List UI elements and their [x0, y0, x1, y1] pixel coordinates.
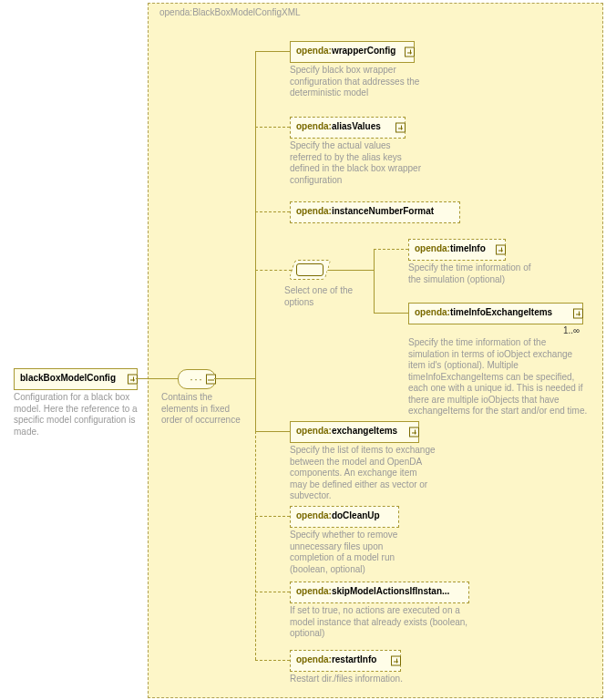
node-exchangeItems[interactable]: openda:exchangeItems — [290, 421, 419, 443]
sequence-description: Contains the elements in fixed order of … — [161, 392, 248, 427]
connector — [255, 51, 256, 431]
connector — [255, 51, 290, 52]
sequence-compositor[interactable]: ··· — [178, 369, 216, 389]
connector — [255, 270, 292, 272]
desc-wrapperConfig: Specify black box wrapper configuration … — [290, 65, 422, 99]
expand-icon[interactable] — [405, 47, 415, 57]
node-restartInfo[interactable]: openda:restartInfo — [290, 650, 401, 672]
choice-description: Select one of the options — [284, 285, 385, 308]
connector — [374, 249, 375, 313]
root-description: Configuration for a black box model. Her… — [14, 392, 141, 438]
node-blackBoxModelConfig[interactable]: blackBoxModelConfig — [14, 368, 138, 390]
connector — [328, 270, 374, 271]
node-doCleanUp[interactable]: openda:doCleanUp — [290, 506, 399, 528]
desc-doCleanUp: Specify whether to remove unnecessary fi… — [290, 530, 426, 575]
expand-icon[interactable] — [409, 427, 419, 438]
desc-skipModelActions: If set to true, no actions are executed … — [290, 605, 472, 640]
expand-icon[interactable] — [395, 123, 406, 133]
choice-compositor[interactable] — [292, 260, 328, 280]
desc-aliasValues: Specify the actual values referred to by… — [290, 140, 422, 186]
connector — [214, 378, 255, 379]
connector — [255, 431, 290, 432]
desc-restartInfo: Restart dir./files information. — [290, 674, 426, 685]
connector — [255, 516, 290, 518]
node-label: blackBoxModelConfig — [20, 373, 116, 383]
node-aliasValues[interactable]: openda:aliasValues — [290, 117, 406, 139]
desc-timeInfo: Specify the time information of the simu… — [408, 262, 536, 285]
connector — [136, 378, 178, 379]
node-timeInfo[interactable]: openda:timeInfo — [408, 239, 506, 261]
expand-icon[interactable] — [391, 656, 401, 666]
connector — [255, 211, 290, 213]
connector — [255, 660, 290, 662]
node-skipModelActions[interactable]: openda:skipModelActionsIfInstan... — [290, 582, 469, 603]
connector — [255, 127, 290, 129]
type-label: openda:BlackBoxModelConfigXML — [159, 7, 301, 17]
expand-icon[interactable] — [573, 309, 583, 319]
connector — [374, 313, 408, 314]
desc-timeInfoExchangeItems: Specify the time information of the simu… — [408, 337, 589, 417]
connector — [255, 431, 257, 660]
occurrence-label: 1..∞ — [563, 325, 580, 335]
expand-icon[interactable] — [206, 375, 216, 385]
desc-exchangeItems: Specify the list of items to exchange be… — [290, 445, 436, 502]
expand-icon[interactable] — [128, 375, 138, 385]
connector — [374, 249, 408, 251]
connector — [255, 592, 290, 593]
node-timeInfoExchangeItems[interactable]: openda:timeInfoExchangeItems — [408, 303, 583, 324]
node-wrapperConfig[interactable]: openda:wrapperConfig — [290, 41, 415, 63]
expand-icon[interactable] — [496, 245, 506, 255]
node-instanceNumberFormat[interactable]: openda:instanceNumberFormat — [290, 201, 460, 223]
